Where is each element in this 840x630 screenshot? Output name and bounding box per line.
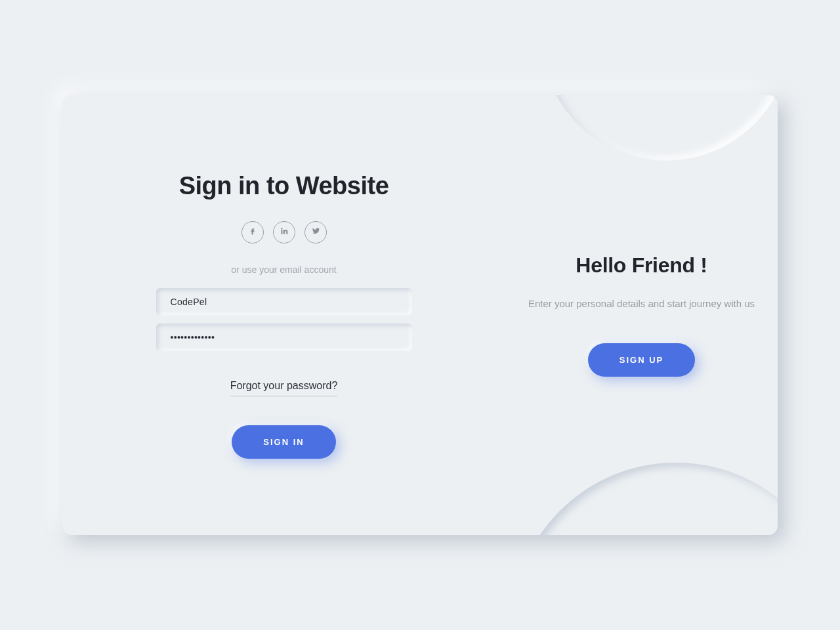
welcome-panel: Hello Friend ! Enter your personal detai… (505, 95, 778, 535)
decorative-circle-top (541, 95, 778, 161)
twitter-button[interactable] (304, 221, 327, 243)
forgot-password-link[interactable]: Forgot your password? (230, 380, 338, 396)
facebook-button[interactable] (242, 221, 264, 243)
username-group (156, 288, 412, 316)
password-group (156, 324, 412, 351)
signup-button[interactable]: SIGN UP (588, 343, 695, 377)
linkedin-icon (280, 226, 289, 238)
password-input[interactable] (156, 324, 412, 351)
decorative-circle-bottom (512, 463, 778, 535)
twitter-icon (311, 226, 320, 238)
username-input[interactable] (156, 288, 412, 316)
welcome-text: Enter your personal details and start jo… (528, 296, 755, 312)
social-row (242, 221, 327, 243)
linkedin-button[interactable] (273, 221, 295, 243)
welcome-title: Hello Friend ! (576, 253, 707, 278)
signin-subtitle: or use your email account (231, 264, 336, 275)
login-card: Sign in to Website or use your email acc… (62, 95, 778, 535)
signin-panel: Sign in to Website or use your email acc… (62, 95, 505, 535)
facebook-icon (248, 226, 257, 238)
signin-title: Sign in to Website (179, 172, 389, 200)
signin-button[interactable]: SIGN IN (232, 425, 335, 459)
